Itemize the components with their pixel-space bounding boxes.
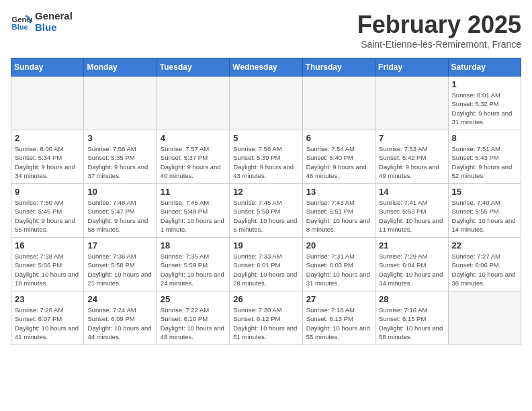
calendar-cell: 14Sunrise: 7:41 AM Sunset: 5:53 PM Dayli…	[375, 184, 448, 238]
day-number: 16	[15, 240, 80, 250]
day-info: Sunrise: 7:45 AM Sunset: 5:50 PM Dayligh…	[233, 198, 298, 234]
day-info: Sunrise: 7:16 AM Sunset: 6:15 PM Dayligh…	[379, 306, 444, 341]
day-number: 21	[379, 240, 444, 250]
calendar-cell: 13Sunrise: 7:43 AM Sunset: 5:51 PM Dayli…	[302, 184, 375, 238]
day-info: Sunrise: 7:53 AM Sunset: 5:42 PM Dayligh…	[379, 144, 444, 180]
calendar-cell: 8Sunrise: 7:51 AM Sunset: 5:43 PM Daylig…	[448, 130, 521, 184]
day-number: 28	[379, 294, 444, 304]
weekday-header: Friday	[375, 58, 448, 77]
day-info: Sunrise: 7:20 AM Sunset: 6:12 PM Dayligh…	[233, 306, 298, 341]
calendar-cell	[84, 77, 157, 130]
logo: General Blue General Blue	[11, 11, 73, 33]
logo-general: General	[35, 11, 73, 22]
calendar-cell: 22Sunrise: 7:27 AM Sunset: 6:06 PM Dayli…	[448, 238, 521, 291]
day-info: Sunrise: 7:29 AM Sunset: 6:04 PM Dayligh…	[379, 252, 444, 287]
calendar-cell	[157, 77, 229, 130]
calendar-cell: 19Sunrise: 7:33 AM Sunset: 6:01 PM Dayli…	[230, 238, 302, 291]
day-info: Sunrise: 7:24 AM Sunset: 6:09 PM Dayligh…	[87, 306, 152, 341]
day-info: Sunrise: 7:31 AM Sunset: 6:03 PM Dayligh…	[306, 252, 371, 287]
calendar-cell: 25Sunrise: 7:22 AM Sunset: 6:10 PM Dayli…	[157, 291, 229, 345]
day-info: Sunrise: 7:22 AM Sunset: 6:10 PM Dayligh…	[161, 306, 226, 341]
calendar-cell: 21Sunrise: 7:29 AM Sunset: 6:04 PM Dayli…	[375, 238, 448, 291]
day-info: Sunrise: 7:56 AM Sunset: 5:39 PM Dayligh…	[233, 144, 298, 180]
calendar-cell: 27Sunrise: 7:18 AM Sunset: 6:13 PM Dayli…	[302, 291, 375, 345]
day-info: Sunrise: 7:51 AM Sunset: 5:43 PM Dayligh…	[452, 144, 517, 180]
day-number: 4	[161, 133, 226, 143]
subtitle: Saint-Etienne-les-Remiremont, France	[357, 39, 521, 50]
day-number: 24	[87, 294, 152, 304]
weekday-header: Tuesday	[157, 58, 229, 77]
day-number: 7	[379, 133, 444, 143]
calendar-header-row: SundayMondayTuesdayWednesdayThursdayFrid…	[11, 58, 521, 77]
day-info: Sunrise: 7:33 AM Sunset: 6:01 PM Dayligh…	[233, 252, 298, 287]
calendar-cell: 7Sunrise: 7:53 AM Sunset: 5:42 PM Daylig…	[375, 130, 448, 184]
day-number: 25	[161, 294, 226, 304]
day-number: 15	[452, 187, 517, 197]
calendar-cell: 26Sunrise: 7:20 AM Sunset: 6:12 PM Dayli…	[230, 291, 302, 345]
weekday-header: Wednesday	[230, 58, 302, 77]
calendar-cell	[448, 291, 521, 345]
day-number: 11	[161, 187, 226, 197]
weekday-header: Sunday	[11, 58, 84, 77]
calendar-week-row: 1Sunrise: 8:01 AM Sunset: 5:32 PM Daylig…	[11, 77, 521, 130]
calendar-table: SundayMondayTuesdayWednesdayThursdayFrid…	[11, 58, 521, 345]
day-info: Sunrise: 7:35 AM Sunset: 5:59 PM Dayligh…	[161, 252, 226, 287]
day-info: Sunrise: 8:00 AM Sunset: 5:34 PM Dayligh…	[15, 144, 80, 180]
day-number: 27	[306, 294, 371, 304]
day-number: 19	[233, 240, 298, 250]
calendar-cell	[230, 77, 302, 130]
day-info: Sunrise: 7:40 AM Sunset: 5:55 PM Dayligh…	[452, 198, 517, 234]
weekday-header: Thursday	[302, 58, 375, 77]
calendar-cell: 9Sunrise: 7:50 AM Sunset: 5:45 PM Daylig…	[11, 184, 84, 238]
day-number: 14	[379, 187, 444, 197]
day-number: 12	[233, 187, 298, 197]
day-info: Sunrise: 7:27 AM Sunset: 6:06 PM Dayligh…	[452, 252, 517, 287]
calendar-cell: 17Sunrise: 7:36 AM Sunset: 5:58 PM Dayli…	[84, 238, 157, 291]
calendar-cell: 20Sunrise: 7:31 AM Sunset: 6:03 PM Dayli…	[302, 238, 375, 291]
day-number: 20	[306, 240, 371, 250]
calendar-cell: 18Sunrise: 7:35 AM Sunset: 5:59 PM Dayli…	[157, 238, 229, 291]
calendar-cell: 5Sunrise: 7:56 AM Sunset: 5:39 PM Daylig…	[230, 130, 302, 184]
calendar-body: 1Sunrise: 8:01 AM Sunset: 5:32 PM Daylig…	[11, 77, 521, 345]
calendar-cell	[375, 77, 448, 130]
day-number: 18	[161, 240, 226, 250]
calendar-cell: 15Sunrise: 7:40 AM Sunset: 5:55 PM Dayli…	[448, 184, 521, 238]
calendar-week-row: 9Sunrise: 7:50 AM Sunset: 5:45 PM Daylig…	[11, 184, 521, 238]
svg-text:Blue: Blue	[12, 23, 28, 31]
weekday-header: Saturday	[448, 58, 521, 77]
day-number: 13	[306, 187, 371, 197]
day-info: Sunrise: 7:54 AM Sunset: 5:40 PM Dayligh…	[306, 144, 371, 180]
day-number: 23	[15, 294, 80, 304]
calendar-cell	[11, 77, 84, 130]
calendar-cell: 1Sunrise: 8:01 AM Sunset: 5:32 PM Daylig…	[448, 77, 521, 130]
day-number: 5	[233, 133, 298, 143]
month-title: February 2025	[357, 11, 521, 39]
day-number: 2	[15, 133, 80, 143]
day-info: Sunrise: 7:57 AM Sunset: 5:37 PM Dayligh…	[161, 144, 226, 180]
day-number: 22	[452, 240, 517, 250]
calendar-cell: 16Sunrise: 7:38 AM Sunset: 5:56 PM Dayli…	[11, 238, 84, 291]
calendar-cell: 24Sunrise: 7:24 AM Sunset: 6:09 PM Dayli…	[84, 291, 157, 345]
day-info: Sunrise: 7:18 AM Sunset: 6:13 PM Dayligh…	[306, 306, 371, 341]
day-number: 6	[306, 133, 371, 143]
day-info: Sunrise: 7:41 AM Sunset: 5:53 PM Dayligh…	[379, 198, 444, 234]
calendar-week-row: 23Sunrise: 7:26 AM Sunset: 6:07 PM Dayli…	[11, 291, 521, 345]
day-number: 26	[233, 294, 298, 304]
day-number: 17	[87, 240, 152, 250]
day-info: Sunrise: 7:48 AM Sunset: 5:47 PM Dayligh…	[87, 198, 152, 234]
day-info: Sunrise: 7:58 AM Sunset: 5:35 PM Dayligh…	[87, 144, 152, 180]
day-info: Sunrise: 7:38 AM Sunset: 5:56 PM Dayligh…	[15, 252, 80, 287]
header: General Blue General Blue February 2025 …	[11, 11, 521, 50]
calendar-week-row: 16Sunrise: 7:38 AM Sunset: 5:56 PM Dayli…	[11, 238, 521, 291]
day-number: 8	[452, 133, 517, 143]
day-number: 10	[87, 187, 152, 197]
logo-icon: General Blue	[11, 11, 32, 33]
calendar-cell: 23Sunrise: 7:26 AM Sunset: 6:07 PM Dayli…	[11, 291, 84, 345]
calendar-week-row: 2Sunrise: 8:00 AM Sunset: 5:34 PM Daylig…	[11, 130, 521, 184]
calendar-cell: 10Sunrise: 7:48 AM Sunset: 5:47 PM Dayli…	[84, 184, 157, 238]
calendar-cell: 6Sunrise: 7:54 AM Sunset: 5:40 PM Daylig…	[302, 130, 375, 184]
weekday-header: Monday	[84, 58, 157, 77]
day-number: 9	[15, 187, 80, 197]
title-area: February 2025 Saint-Etienne-les-Remiremo…	[357, 11, 521, 50]
calendar-cell: 2Sunrise: 8:00 AM Sunset: 5:34 PM Daylig…	[11, 130, 84, 184]
